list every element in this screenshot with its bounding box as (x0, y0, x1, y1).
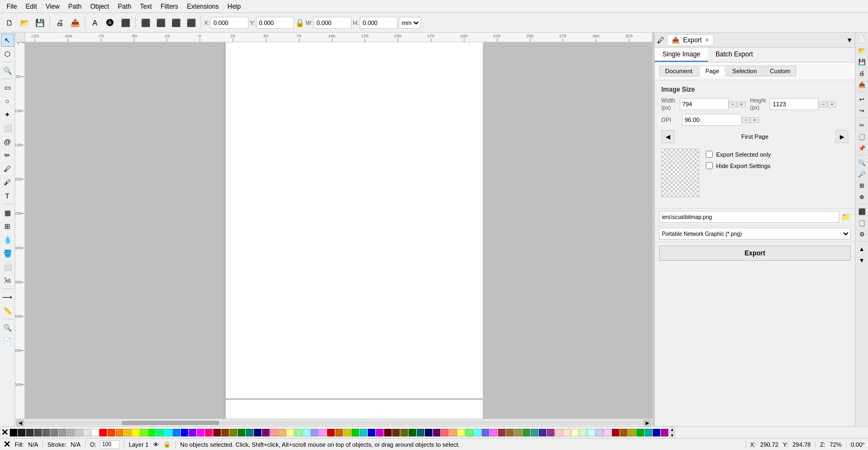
menu-extensions[interactable]: Extensions (183, 2, 224, 11)
palette-up-btn[interactable]: ▲ (669, 427, 675, 433)
palette-color-swatch[interactable] (368, 429, 375, 436)
panel-collapse-icon[interactable]: ▼ (846, 36, 853, 44)
palette-color-swatch[interactable] (83, 429, 91, 436)
fr-icon-1[interactable]: 📄 (857, 34, 867, 44)
palette-color-swatch[interactable] (18, 429, 25, 436)
tab-single-image[interactable]: Single Image (655, 48, 708, 62)
zoom-tool[interactable]: 🔍 (1, 64, 14, 77)
palette-color-swatch[interactable] (91, 429, 99, 436)
height-decrement[interactable]: − (819, 101, 827, 107)
palette-color-swatch[interactable] (213, 429, 221, 436)
palette-color-swatch[interactable] (539, 429, 546, 436)
bold-button[interactable]: 🅐 (103, 16, 117, 30)
palette-color-swatch[interactable] (205, 429, 213, 436)
palette-color-swatch[interactable] (644, 429, 652, 436)
align-left[interactable]: ⬛ (118, 16, 132, 30)
fr-scroll-down[interactable]: ▼ (857, 255, 867, 266)
paint-tool[interactable]: 🪣 (1, 247, 14, 260)
hscroll-thumb[interactable] (122, 421, 219, 425)
palette-color-swatch[interactable] (181, 429, 188, 436)
fr-icon-clipboard[interactable]: 📋 (857, 217, 867, 228)
fr-icon-zoom-in[interactable]: 🔍 (857, 157, 867, 168)
menu-path2[interactable]: Path (113, 2, 136, 11)
zoom-tool2[interactable]: 🔍 (1, 321, 14, 334)
circle-tool[interactable]: ○ (1, 94, 14, 107)
hscroll-track[interactable] (24, 421, 643, 425)
canvas-container[interactable] (25, 42, 652, 419)
palette-color-swatch[interactable] (246, 429, 253, 436)
palette-color-swatch[interactable] (238, 429, 245, 436)
undo-button[interactable]: A (88, 16, 102, 30)
menu-file[interactable]: File (2, 2, 21, 11)
palette-color-swatch[interactable] (571, 429, 579, 436)
palette-color-swatch[interactable] (441, 429, 449, 436)
palette-color-swatch[interactable] (286, 429, 294, 436)
measure-tool[interactable]: 📏 (1, 304, 14, 317)
fr-icon-paste[interactable]: 📌 (857, 143, 867, 153)
palette-color-swatch[interactable] (335, 429, 343, 436)
palette-color-swatch[interactable] (295, 429, 302, 436)
tab-batch-export[interactable]: Batch Export (708, 48, 761, 62)
fr-icon-copy[interactable]: 📋 (857, 131, 867, 142)
palette-color-swatch[interactable] (67, 429, 74, 436)
palette-color-swatch[interactable] (417, 429, 424, 436)
palette-color-swatch[interactable] (531, 429, 538, 436)
palette-color-swatch[interactable] (490, 429, 497, 436)
palette-color-swatch[interactable] (588, 429, 595, 436)
layer-label[interactable]: Layer 1 (129, 441, 149, 448)
palette-color-swatch[interactable] (156, 429, 164, 436)
export-tab-header[interactable]: 📤 Export × (667, 34, 714, 46)
palette-color-swatch[interactable] (319, 429, 327, 436)
menu-object[interactable]: Object (86, 2, 114, 11)
subtab-document[interactable]: Document (659, 66, 698, 76)
pencil-tool[interactable]: ✏ (1, 149, 14, 162)
palette-color-swatch[interactable] (148, 429, 156, 436)
status-no-fill[interactable]: ✕ (3, 439, 10, 449)
menu-path[interactable]: Path (64, 2, 86, 11)
palette-color-swatch[interactable] (579, 429, 587, 436)
star-tool[interactable]: ✦ (1, 108, 14, 121)
palette-color-swatch[interactable] (278, 429, 286, 436)
menu-help[interactable]: Help (223, 2, 245, 11)
menu-text[interactable]: Text (136, 2, 156, 11)
lock-icon[interactable]: 🔒 (295, 18, 304, 27)
palette-color-swatch[interactable] (547, 429, 554, 436)
palette-color-swatch[interactable] (50, 429, 58, 436)
format-select[interactable]: Portable Network Graphic (*.png) (659, 228, 851, 240)
subtab-selection[interactable]: Selection (726, 66, 763, 76)
pages-tool[interactable]: 📄 (1, 335, 14, 348)
palette-color-swatch[interactable] (596, 429, 603, 436)
fr-icon-undo[interactable]: ↩ (857, 94, 867, 105)
fr-scroll-up[interactable]: ▲ (857, 243, 867, 254)
fr-icon-settings[interactable]: ⚙ (857, 229, 867, 240)
palette-color-swatch[interactable] (360, 429, 367, 436)
palette-color-swatch[interactable] (132, 429, 139, 436)
align-btn-3[interactable]: ⬛ (169, 16, 183, 30)
file-browse-icon[interactable]: 📁 (841, 213, 851, 221)
align-btn-1[interactable]: ⬛ (138, 16, 152, 30)
palette-color-swatch[interactable] (262, 429, 270, 436)
palette-color-swatch[interactable] (653, 429, 660, 436)
fr-icon-redo[interactable]: ↪ (857, 105, 867, 116)
h-input[interactable] (360, 17, 398, 29)
menu-filters[interactable]: Filters (156, 2, 183, 11)
export-close-btn[interactable]: × (705, 36, 709, 44)
palette-color-swatch[interactable] (34, 429, 42, 436)
export-selected-checkbox[interactable] (706, 151, 713, 158)
spray-tool[interactable]: 🌬 (1, 274, 14, 287)
palette-color-swatch[interactable] (197, 429, 205, 436)
palette-color-swatch[interactable] (392, 429, 400, 436)
align-btn-2[interactable]: ⬛ (154, 16, 168, 30)
menu-edit[interactable]: Edit (21, 2, 41, 11)
palette-color-swatch[interactable] (10, 429, 17, 436)
rect-tool[interactable]: ▭ (1, 81, 14, 94)
dropper-tool[interactable]: 💧 (1, 233, 14, 246)
y-input[interactable] (256, 17, 294, 29)
x-input[interactable] (210, 17, 248, 29)
palette-color-swatch[interactable] (555, 429, 563, 436)
width-input[interactable] (680, 98, 729, 110)
mesh-tool[interactable]: ⊞ (1, 220, 14, 233)
new-button[interactable]: 🗋 (2, 16, 16, 30)
palette-color-swatch[interactable] (376, 429, 384, 436)
menu-view[interactable]: View (41, 2, 64, 11)
